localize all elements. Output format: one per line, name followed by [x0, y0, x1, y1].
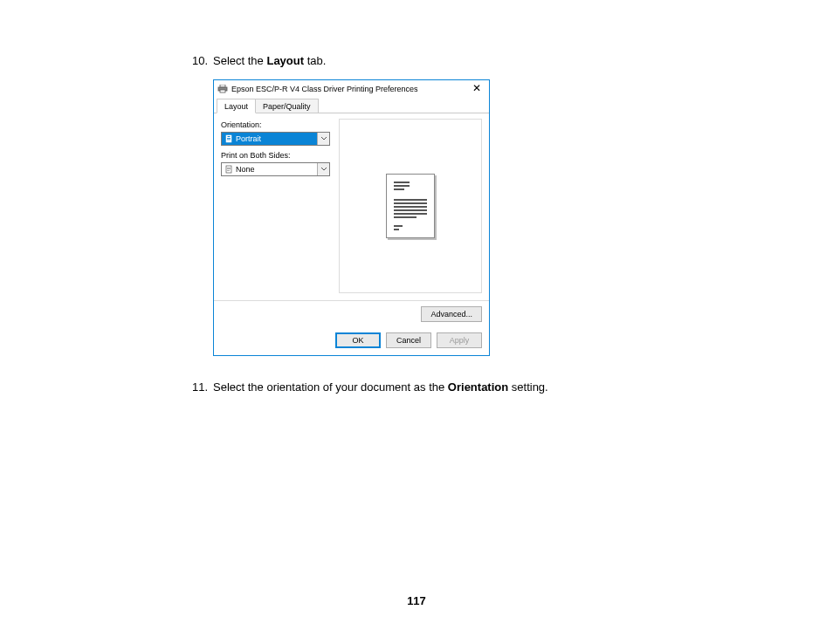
step-post: tab.	[304, 54, 326, 67]
advanced-button[interactable]: Advanced...	[421, 306, 482, 322]
step-text: Select the Layout tab.	[213, 54, 326, 67]
svg-rect-0	[220, 85, 225, 87]
preview-panel	[339, 119, 482, 293]
orientation-label: Orientation:	[221, 120, 330, 129]
step-number: 11.	[189, 380, 208, 394]
close-icon[interactable]: ✕	[470, 82, 484, 96]
dialog-titlebar: Epson ESC/P-R V4 Class Driver Printing P…	[214, 80, 489, 98]
orientation-value: Portrait	[236, 134, 261, 143]
button-row: OK Cancel Apply	[214, 327, 489, 355]
left-column: Orientation: Portrait	[221, 119, 330, 293]
cancel-button[interactable]: Cancel	[386, 332, 431, 348]
tab-paper-quality[interactable]: Paper/Quality	[256, 99, 319, 113]
chevron-down-icon[interactable]	[317, 133, 329, 145]
both-sides-label: Print on Both Sides:	[221, 151, 330, 160]
svg-rect-4	[228, 136, 231, 137]
tab-layout[interactable]: Layout	[217, 99, 256, 113]
apply-button[interactable]: Apply	[437, 332, 482, 348]
svg-rect-9	[227, 169, 231, 170]
both-sides-value-container: None	[222, 163, 317, 175]
tab-strip: Layout Paper/Quality	[214, 98, 489, 113]
chevron-down-icon[interactable]	[317, 163, 329, 175]
portrait-icon	[224, 134, 233, 143]
both-sides-dropdown[interactable]: None	[221, 162, 330, 176]
svg-rect-6	[227, 140, 231, 140]
ok-button[interactable]: OK	[335, 332, 381, 348]
svg-rect-10	[227, 170, 230, 171]
tab-body: Orientation: Portrait	[214, 113, 489, 301]
step-bold: Layout	[266, 54, 304, 67]
dialog-title: Epson ESC/P-R V4 Class Driver Printing P…	[231, 85, 418, 93]
step-text: Select the orientation of your document …	[213, 380, 548, 394]
printer-icon	[217, 85, 228, 93]
step-post: setting.	[508, 380, 548, 394]
printing-preferences-dialog: Epson ESC/P-R V4 Class Driver Printing P…	[213, 79, 490, 356]
document-page: 10. Select the Layout tab. Epson ESC/P-R…	[0, 0, 833, 644]
both-sides-value: None	[236, 165, 255, 174]
step-10: 10. Select the Layout tab.	[189, 54, 660, 67]
advanced-row: Advanced...	[214, 301, 489, 327]
svg-rect-2	[220, 90, 225, 92]
single-page-icon	[224, 165, 233, 174]
svg-rect-8	[227, 168, 231, 168]
svg-rect-5	[227, 138, 231, 139]
step-11: 11. Select the orientation of your docum…	[189, 380, 660, 394]
content-area: 10. Select the Layout tab. Epson ESC/P-R…	[189, 54, 660, 406]
page-number: 117	[0, 594, 833, 607]
step-number: 10.	[189, 54, 208, 67]
step-pre: Select the orientation of your document …	[213, 380, 448, 394]
step-bold: Orientation	[448, 380, 508, 394]
step-pre: Select the	[213, 54, 266, 67]
preview-sheet-icon	[386, 174, 435, 238]
orientation-dropdown[interactable]: Portrait	[221, 132, 330, 146]
orientation-value-container: Portrait	[222, 133, 317, 145]
